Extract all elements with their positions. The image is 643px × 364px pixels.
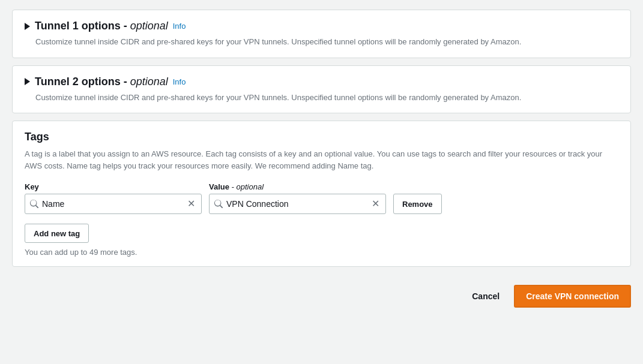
- tunnel1-title: Tunnel 1 options - optional: [35, 20, 168, 32]
- add-new-tag-button[interactable]: Add new tag: [25, 224, 89, 243]
- value-search-icon: [214, 200, 223, 208]
- tunnel1-dash: -: [121, 20, 130, 32]
- cancel-button[interactable]: Cancel: [466, 288, 506, 305]
- value-label: Value - optional: [209, 182, 386, 191]
- tunnel1-info-link[interactable]: Info: [173, 22, 186, 31]
- key-label: Key: [25, 182, 202, 191]
- tags-section: Tags A tag is a label that you assign to…: [12, 121, 631, 267]
- value-optional-text: - optional: [229, 182, 264, 191]
- tags-row: Key ✕ Value - optional: [25, 182, 618, 214]
- create-vpn-button[interactable]: Create VPN connection: [514, 285, 631, 308]
- tunnel1-section: Tunnel 1 options - optional Info Customi…: [12, 10, 631, 58]
- tunnel1-expand-icon: [25, 23, 30, 30]
- key-search-icon: [30, 200, 38, 208]
- value-input[interactable]: [226, 199, 367, 209]
- tunnel2-header[interactable]: Tunnel 2 options - optional Info: [25, 76, 618, 88]
- tags-title: Tags: [25, 131, 618, 143]
- tunnel1-title-text: Tunnel 1 options: [35, 20, 121, 32]
- value-label-text: Value: [209, 182, 229, 191]
- tunnel2-description: Customize tunnel inside CIDR and pre-sha…: [35, 92, 618, 104]
- tunnel2-info-link[interactable]: Info: [173, 77, 186, 86]
- tags-description: A tag is a label that you assign to an A…: [25, 148, 618, 172]
- value-field-group: Value - optional ✕: [209, 182, 386, 214]
- remove-tag-button[interactable]: Remove: [393, 194, 442, 214]
- tunnel2-section: Tunnel 2 options - optional Info Customi…: [12, 65, 631, 114]
- tunnel2-dash: -: [121, 76, 130, 88]
- key-input-wrapper: ✕: [25, 194, 202, 214]
- key-field-group: Key ✕: [25, 182, 202, 214]
- tunnel2-expand-icon: [25, 78, 30, 85]
- value-clear-button[interactable]: ✕: [370, 198, 381, 210]
- tags-count-note: You can add up to 49 more tags.: [25, 248, 618, 257]
- tunnel1-header[interactable]: Tunnel 1 options - optional Info: [25, 20, 618, 32]
- tunnel2-title: Tunnel 2 options - optional: [35, 76, 168, 88]
- tunnel2-title-text: Tunnel 2 options: [35, 76, 121, 88]
- key-clear-button[interactable]: ✕: [186, 198, 196, 210]
- footer: Cancel Create VPN connection: [0, 276, 643, 314]
- tunnel2-optional-text: optional: [130, 76, 168, 88]
- tunnel1-optional-text: optional: [130, 20, 168, 32]
- page-wrapper: Tunnel 1 options - optional Info Customi…: [0, 0, 643, 276]
- tunnel1-description: Customize tunnel inside CIDR and pre-sha…: [35, 36, 618, 48]
- key-input[interactable]: [42, 199, 183, 209]
- value-input-wrapper: ✕: [209, 194, 386, 214]
